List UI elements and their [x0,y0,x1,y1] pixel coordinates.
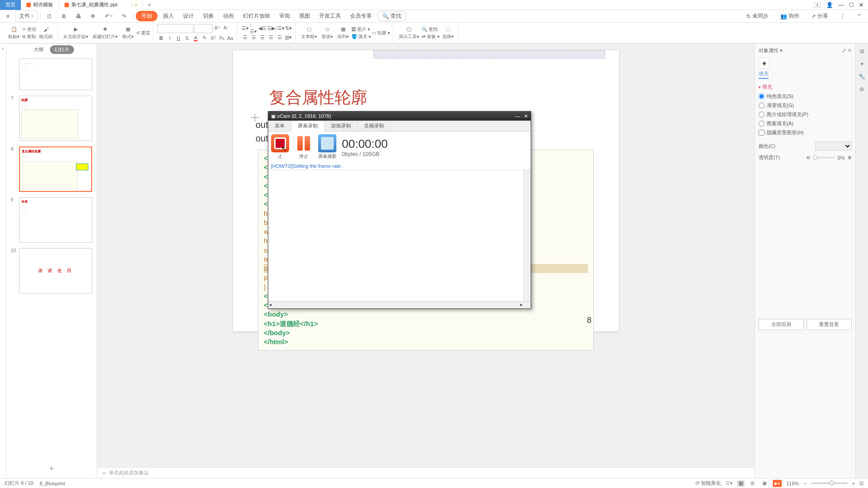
ocam-min-icon[interactable]: ― [515,113,520,119]
ocam-tab-audio[interactable]: 音频录制 [358,121,391,131]
print-preview-icon[interactable]: 👁 [87,12,99,21]
shape-button[interactable]: ◇形状▾ [320,25,335,41]
menu-search[interactable]: 🔍查找 [377,11,406,21]
ocam-howto-link[interactable]: Setting the frame rate . [293,163,344,169]
align-right-icon[interactable]: ☰ [258,34,266,42]
highlight-icon[interactable]: ✎ [200,34,208,42]
window-min-icon[interactable]: ― [838,2,844,8]
font-family-select[interactable] [157,24,193,33]
rp-close-icon[interactable]: ✕ [848,48,852,53]
indent-inc-icon[interactable]: ☰▶ [267,24,275,33]
new-slide-button[interactable]: ✚新建幻灯片▾ [91,25,119,41]
user-avatar-icon[interactable]: 👤 [826,2,833,8]
menu-view[interactable]: 视图 [296,11,314,21]
reset-bg-button[interactable]: 重置背景 [807,319,852,330]
format-button[interactable]: ▦格式▾ [120,25,135,41]
file-menu[interactable]: 文件▾ [15,10,37,22]
menu-transition[interactable]: 切换 [199,11,217,21]
slide-list[interactable]: ... ... ... ... ...... ... ... ... .....… [6,56,97,459]
radio-pattern-fill[interactable]: 图案填充(A) [759,120,852,127]
columns-icon[interactable]: ▥▾ [284,34,292,42]
rp-fill-tab-icon[interactable]: ◈ [759,58,769,68]
underline-icon[interactable]: U [174,34,182,42]
arrange-button[interactable]: ▦排列▾ [335,25,350,41]
menu-member[interactable]: 会员专享 [346,11,375,21]
view-normal-icon[interactable]: ▥ [737,480,745,487]
bold-icon[interactable]: B [157,34,165,42]
presentation-tools-button[interactable]: 🖵演示工具▾ [397,25,421,41]
opacity-inc-icon[interactable]: ⊕ [848,155,852,161]
tab-home[interactable]: 首页 [0,0,21,10]
ocam-tab-menu[interactable]: 菜单 [268,121,291,131]
play-button[interactable]: ▶▾ [773,480,782,487]
ocam-tab-game[interactable]: 游戏录制 [325,121,358,131]
ocam-hscroll[interactable]: ◂▸ [268,301,531,308]
window-restore-icon[interactable] [849,3,853,7]
ocam-record-button[interactable]: 止 [271,134,289,160]
share-button[interactable]: ↗分享 [808,11,832,21]
slide-thumb[interactable]: ... ... ... ... ...... ... ... ... .....… [7,58,96,91]
side-animation-icon[interactable]: ✦ [858,60,866,68]
align-left-icon[interactable]: ☰ [241,34,249,42]
ocam-scrollbar[interactable] [523,170,531,301]
outline-button[interactable]: ▭轮廓▾ [372,30,390,36]
ocam-pause-button[interactable]: 停止 [295,134,313,160]
unsync-button[interactable]: ↻未同步 [743,11,772,21]
subscript-icon[interactable]: X₂ [217,34,226,42]
rp-section-fill[interactable]: 填充 [759,83,852,90]
collapse-left-icon[interactable]: « [0,44,6,478]
line-spacing-icon[interactable]: ↕☰▾ [276,24,284,33]
opacity-slider[interactable] [813,157,835,158]
zoom-slider[interactable] [811,483,848,484]
coop-button[interactable]: 👥协作 [777,11,803,21]
opacity-dec-icon[interactable]: ⊖ [806,155,810,161]
text-direction-icon[interactable]: ⇅▾ [284,24,292,33]
menu-slideshow[interactable]: 幻灯片放映 [239,11,274,21]
copy-button[interactable]: ⧉复制 [22,34,36,40]
badge-icon[interactable]: 1 [814,2,821,8]
menu-design[interactable]: 设计 [179,11,197,21]
menu-insert[interactable]: 插入 [159,11,178,21]
color-select[interactable] [815,142,852,151]
zoom-out-icon[interactable]: − [804,481,806,486]
font-size-select[interactable] [194,24,212,33]
menu-review[interactable]: 审阅 [276,11,294,21]
side-settings-icon[interactable]: ⚙ [858,85,866,93]
ocam-window[interactable]: ▣ oCam (0, 2, 1918, 1078) ―✕ 菜单 屏幕录制 游戏录… [268,111,531,309]
paste-button[interactable]: 📋粘贴▾ [6,25,21,41]
save-as-icon[interactable]: 🗎 [58,12,70,21]
more-icon[interactable]: ⋮ [836,12,849,21]
ocam-titlebar[interactable]: ▣ oCam (0, 2, 1918, 1078) ―✕ [268,112,531,121]
collapse-ribbon-icon[interactable]: ⌃ [853,12,865,21]
slide-title[interactable]: 复合属性轮廓 [269,87,601,109]
new-tab-button[interactable]: + [143,0,156,10]
strike-icon[interactable]: S [183,34,191,42]
undo-icon[interactable]: ↶▾ [101,12,116,21]
side-tools-icon[interactable]: 🔧 [858,73,866,81]
reset-button[interactable]: ↺重置 [136,30,150,36]
rp-fill-tab[interactable]: 填充 [759,70,769,79]
slide-thumb[interactable]: 7 轮廓......................... [7,95,96,142]
tab-template[interactable]: 稻壳模板 [21,0,59,10]
tab-menu-icon[interactable]: ▫ [131,2,133,8]
numbering-icon[interactable]: ⁝☰▾ [250,24,258,33]
beautify-button[interactable]: ⟳ 智能美化 [695,480,721,487]
cut-button[interactable]: ✂剪切 [22,26,36,33]
superscript-icon[interactable]: X² [209,34,217,42]
notes-bar[interactable]: ≡ 单击此处添加备注 [97,467,755,478]
app-menu-icon[interactable]: ≡ [3,12,13,21]
radio-gradient-fill[interactable]: 渐变填充(G) [759,102,852,109]
fit-window-icon[interactable]: ⊡ [859,480,863,486]
ocam-tab-screen[interactable]: 屏幕录制 [291,121,325,132]
save-icon[interactable]: 🗋 [43,12,56,21]
window-close-icon[interactable]: ✕ [859,2,863,8]
font-color-icon[interactable]: A [192,34,200,42]
view-sorter-icon[interactable]: ⊞ [749,480,756,487]
slide-thumb[interactable]: 8 复合属性轮廓............ [7,146,96,193]
replace-button[interactable]: ⇄替换▾ [422,34,439,40]
redo-icon[interactable]: ↷ [118,12,130,21]
apply-all-button[interactable]: 全部应用 [759,319,804,330]
ocam-close-icon[interactable]: ✕ [524,113,528,119]
slides-tab[interactable]: 幻灯片 [50,45,74,54]
slide-thumb[interactable]: 9 本章..................... [7,196,96,244]
